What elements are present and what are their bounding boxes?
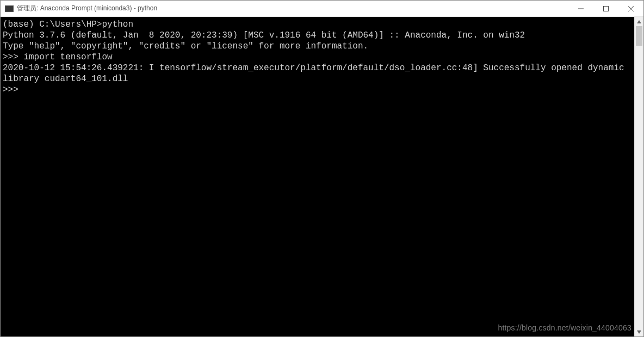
scroll-up-button[interactable]	[635, 17, 643, 26]
terminal-line: Type "help", "copyright", "credits" or "…	[3, 41, 633, 52]
close-button[interactable]	[618, 1, 643, 16]
terminal-line: 2020-10-12 15:54:26.439221: I tensorflow…	[3, 63, 633, 84]
client-area: (base) C:\Users\HP>pythonPython 3.7.6 (d…	[1, 17, 643, 336]
close-icon	[628, 6, 634, 11]
window-title: 管理员: Anaconda Prompt (miniconda3) - pyth…	[17, 4, 568, 13]
terminal-line: Python 3.7.6 (default, Jan 8 2020, 20:23…	[3, 30, 633, 41]
terminal-line: (base) C:\Users\HP>python	[3, 19, 633, 30]
app-icon	[5, 5, 14, 12]
titlebar[interactable]: 管理员: Anaconda Prompt (miniconda3) - pyth…	[1, 1, 643, 17]
window-controls	[568, 1, 643, 16]
svg-rect-1	[604, 6, 609, 11]
window-frame: 管理员: Anaconda Prompt (miniconda3) - pyth…	[0, 0, 644, 337]
scrollbar-track[interactable]	[635, 26, 643, 327]
scrollbar-thumb[interactable]	[636, 26, 642, 46]
maximize-button[interactable]	[593, 1, 618, 16]
vertical-scrollbar[interactable]	[634, 17, 643, 336]
chevron-up-icon	[637, 20, 641, 24]
terminal-output[interactable]: (base) C:\Users\HP>pythonPython 3.7.6 (d…	[1, 17, 634, 336]
maximize-icon	[603, 6, 609, 11]
minimize-button[interactable]	[568, 1, 593, 16]
svg-marker-4	[637, 20, 641, 23]
minimize-icon	[578, 6, 584, 11]
svg-marker-5	[637, 330, 641, 334]
scroll-down-button[interactable]	[635, 327, 643, 336]
chevron-down-icon	[637, 330, 641, 334]
terminal-line: >>> import tensorflow	[3, 52, 633, 63]
terminal-line: >>>	[3, 84, 633, 95]
